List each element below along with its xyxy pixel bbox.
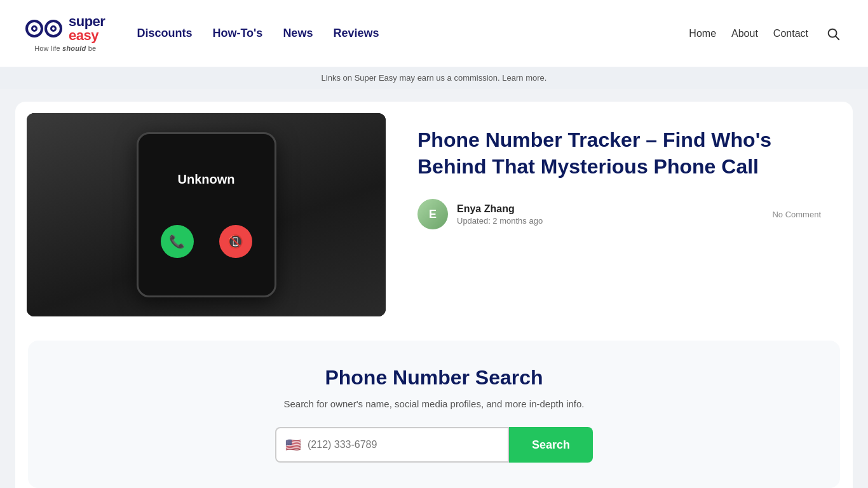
logo-circle-inner-right: [50, 25, 57, 32]
nav-reviews[interactable]: Reviews: [333, 27, 379, 40]
nav-about[interactable]: About: [731, 28, 758, 39]
nav-news[interactable]: News: [283, 27, 313, 40]
logo-easy: easy: [69, 29, 105, 43]
logo-circle-left: [25, 20, 43, 37]
article-image: Unknown 📞 📵: [27, 113, 386, 316]
nav-discounts[interactable]: Discounts: [137, 27, 192, 40]
avatar-initial: E: [429, 208, 437, 221]
decline-call-button: 📵: [219, 225, 252, 258]
phone-search-section: Phone Number Search Search for owner's n…: [28, 341, 840, 488]
phone-mockup: Unknown 📞 📵: [27, 113, 386, 316]
call-buttons: 📞 📵: [161, 225, 252, 258]
tagline-suffix: be: [86, 44, 96, 52]
author-left: E Enya Zhang Updated: 2 months ago: [417, 199, 543, 229]
logo-circle-right: [44, 20, 62, 37]
article-top: Unknown 📞 📵 Phone Number Tracker – Find …: [15, 102, 853, 328]
author-row: E Enya Zhang Updated: 2 months ago No Co…: [417, 199, 821, 229]
search-icon: [826, 27, 840, 41]
site-header: super easy How life should be Discounts …: [0, 0, 868, 67]
author-name: Enya Zhang: [457, 203, 543, 215]
logo-icon: super easy: [25, 15, 105, 43]
main-content: Unknown 📞 📵 Phone Number Tracker – Find …: [0, 89, 868, 488]
search-toggle-button[interactable]: [824, 24, 843, 43]
logo-tagline: How life should be: [34, 44, 96, 52]
avatar: E: [417, 199, 448, 229]
flag-icon: 🇺🇸: [285, 437, 301, 452]
nav-contact[interactable]: Contact: [773, 28, 808, 39]
right-nav: Home About Contact: [689, 24, 843, 43]
article-card: Unknown 📞 📵 Phone Number Tracker – Find …: [15, 102, 853, 488]
logo-text: super easy: [69, 15, 105, 43]
tagline-em: should: [62, 44, 86, 52]
svg-line-1: [836, 36, 839, 39]
author-updated: Updated: 2 months ago: [457, 216, 543, 226]
search-section-title: Phone Number Search: [41, 366, 827, 390]
phone-input-wrap: 🇺🇸: [275, 427, 509, 463]
affiliate-text: Links on Super Easy may earn us a commis…: [322, 73, 547, 83]
search-section-description: Search for owner's name, social media pr…: [41, 398, 827, 409]
article-info: Phone Number Tracker – Find Who's Behind…: [386, 102, 853, 248]
phone-search-bar: 🇺🇸 Search: [275, 427, 593, 463]
logo-link[interactable]: super easy How life should be: [25, 15, 105, 52]
nav-home[interactable]: Home: [689, 28, 716, 39]
logo-super: super: [69, 15, 105, 29]
main-nav: Discounts How-To's News Reviews: [137, 27, 689, 40]
tagline-prefix: How life: [34, 44, 62, 52]
unknown-caller-text: Unknown: [178, 172, 235, 187]
logo-circles: [25, 20, 62, 37]
comment-count: No Comment: [772, 210, 821, 219]
phone-number-input[interactable]: [308, 439, 499, 451]
article-title: Phone Number Tracker – Find Who's Behind…: [417, 127, 821, 180]
logo-circle-inner-left: [31, 25, 37, 32]
accept-call-button: 📞: [161, 225, 194, 258]
affiliate-bar: Links on Super Easy may earn us a commis…: [0, 67, 868, 89]
phone-screen: Unknown 📞 📵: [137, 132, 276, 297]
nav-howtos[interactable]: How-To's: [212, 27, 262, 40]
search-button[interactable]: Search: [509, 427, 593, 463]
author-details: Enya Zhang Updated: 2 months ago: [457, 203, 543, 226]
